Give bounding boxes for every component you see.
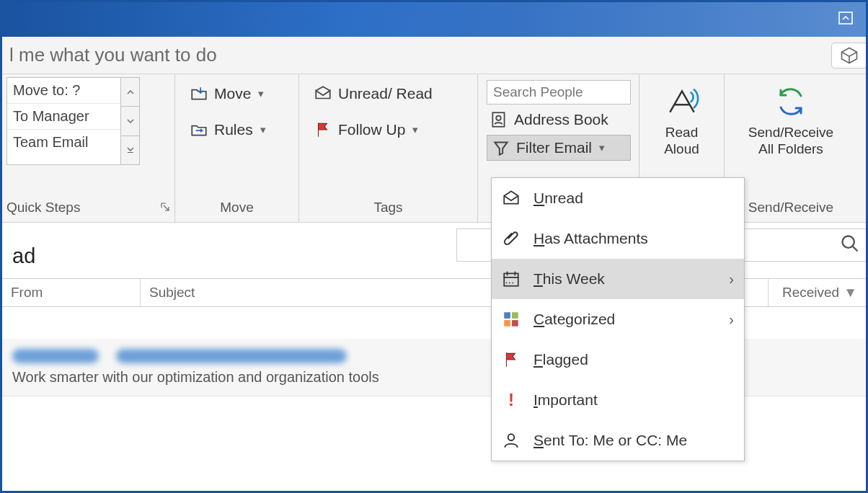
filter-sent-to-me[interactable]: Sent To: Me or CC: Me [492,420,744,461]
quick-steps-spinner[interactable] [120,78,139,164]
svg-point-3 [496,116,501,121]
filter-email-button[interactable]: Filter Email▾ [487,135,631,161]
group-tags: Unread/ Read Follow Up▾ Tags [299,74,478,222]
read-aloud-icon [664,83,700,120]
chevron-right-icon: › [729,271,734,288]
svg-rect-6 [504,312,510,319]
envelope-open-icon [502,189,521,208]
minimize-ribbon-icon[interactable] [837,9,854,30]
important-icon: ! [502,391,521,409]
chevron-right-icon: › [729,311,734,328]
unread-read-button[interactable]: Unread/ Read [309,81,437,106]
svg-point-4 [843,236,854,247]
address-book-button[interactable]: Address Book [487,109,631,130]
group-label: Send/Receive [748,200,833,216]
dialog-launcher-icon[interactable] [160,202,170,214]
send-receive-label: Send/Receive All Folders [748,125,833,158]
read-aloud-label: Read Aloud [664,125,699,158]
column-from[interactable]: From [2,279,141,306]
title-bar [2,2,866,37]
svg-rect-5 [504,273,518,285]
group-quick-steps: Move to: ? To Manager Team Email Quick S… [2,74,175,222]
quick-steps-up[interactable] [121,78,139,107]
categories-icon [502,310,521,329]
filter-this-week[interactable]: This Week › [492,259,744,299]
sort-desc-icon: ▼ [843,285,857,301]
filter-flagged[interactable]: Flagged [492,339,744,380]
tell-me-bar[interactable]: l me what you want to do [2,37,866,74]
move-button[interactable]: Move▾ [185,81,270,106]
quick-steps-more[interactable] [121,136,139,164]
svg-rect-1 [128,152,133,153]
filter-unread[interactable]: Unread [492,178,744,218]
svg-rect-9 [512,320,518,327]
filter-has-attachments[interactable]: Has Attachments [492,218,744,259]
tell-me-text: l me what you want to do [9,44,217,66]
send-receive-icon [774,83,808,120]
group-move: Move▾ Rules▾ Move [175,74,299,222]
svg-rect-7 [512,312,518,319]
quick-step-item[interactable]: Move to: ? [7,78,120,104]
quick-steps-down[interactable] [121,107,139,136]
rules-button[interactable]: Rules▾ [185,117,270,142]
filter-important[interactable]: ! Important [492,380,744,420]
svg-rect-2 [492,112,504,127]
group-label: Move [220,200,253,216]
group-label: Tags [373,200,402,216]
quick-step-item[interactable]: To Manager [7,104,120,130]
flag-icon [502,350,521,369]
lbl-rest: nread [544,190,583,206]
paperclip-icon [502,229,521,248]
svg-point-10 [508,434,515,440]
filter-categorized[interactable]: Categorized › [492,299,744,339]
follow-up-button[interactable]: Follow Up▾ [309,117,437,142]
group-label: Quick Steps [6,200,80,216]
quick-steps-gallery[interactable]: Move to: ? To Manager Team Email [6,77,140,165]
coming-soon-button[interactable] [831,43,867,68]
search-people-input[interactable]: Search People [487,80,631,105]
person-icon [502,431,521,450]
svg-rect-0 [839,12,852,24]
filter-email-menu: Unread Has Attachments This Week › Categ… [491,177,745,461]
send-receive-button[interactable]: Send/Receive All Folders [730,77,852,161]
column-received[interactable]: Received ▼ [769,279,866,306]
svg-rect-8 [504,320,510,327]
search-icon[interactable] [840,234,860,257]
read-aloud-button[interactable]: Read Aloud [644,77,719,161]
quick-step-item[interactable]: Team Email [7,130,120,155]
calendar-icon [502,270,521,288]
